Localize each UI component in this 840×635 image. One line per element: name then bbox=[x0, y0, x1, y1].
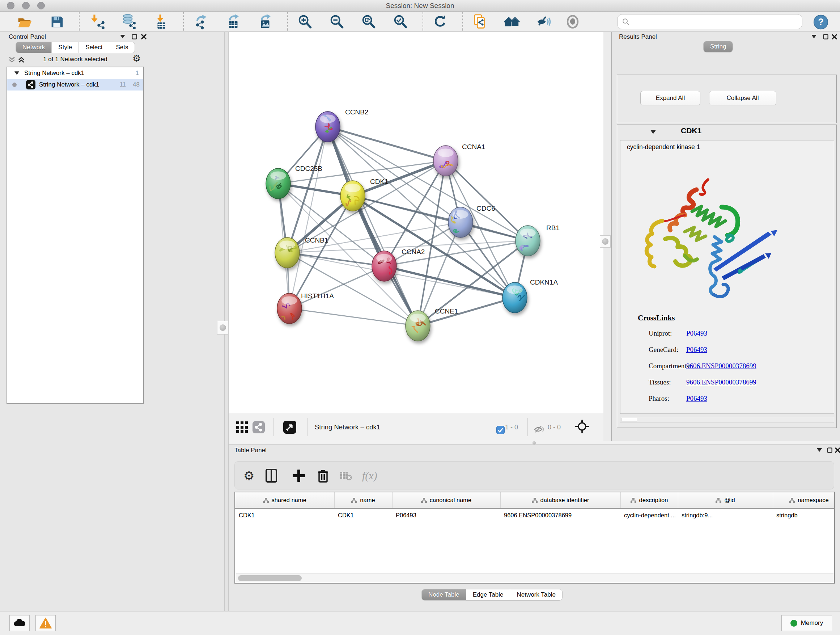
delete-column-button[interactable] bbox=[317, 467, 329, 484]
zoom-fit-button[interactable] bbox=[360, 13, 378, 30]
tab-style[interactable]: Style bbox=[52, 42, 79, 53]
birdseye-toggle-button[interactable] bbox=[564, 13, 582, 30]
export-network-button[interactable] bbox=[193, 13, 210, 30]
add-column-button[interactable] bbox=[293, 467, 305, 484]
warnings-button[interactable] bbox=[35, 615, 56, 631]
crosslink-link[interactable]: P06493 bbox=[686, 394, 707, 402]
results-hscroll-thumb[interactable] bbox=[621, 418, 637, 421]
table-settings-gear-icon[interactable]: ⚙ bbox=[243, 467, 254, 484]
maximize-panel-icon[interactable] bbox=[821, 33, 829, 41]
import-table-button[interactable] bbox=[152, 13, 170, 30]
close-panel-icon[interactable] bbox=[830, 33, 838, 41]
table-cell[interactable]: stringdb bbox=[773, 508, 835, 522]
hide-graphics-button[interactable] bbox=[535, 13, 553, 30]
node-CCNB2[interactable] bbox=[316, 111, 340, 142]
expand-all-button[interactable]: Expand All bbox=[640, 91, 700, 105]
node-CDC6[interactable] bbox=[448, 207, 473, 238]
network-canvas[interactable]: CCNB2CCNA1CDC25BCDK1CDC6RB1CCNB1CCNA2CDK… bbox=[229, 32, 603, 413]
network-collection-row[interactable]: String Network – cdk1 1 bbox=[7, 67, 143, 79]
tab-network[interactable]: Network bbox=[16, 42, 52, 53]
node-CCNA1[interactable] bbox=[433, 146, 458, 176]
column-header-4[interactable]: description bbox=[621, 492, 678, 508]
export-image-button[interactable] bbox=[256, 13, 274, 30]
show-columns-button[interactable] bbox=[265, 467, 278, 484]
delete-table-button[interactable] bbox=[340, 467, 352, 484]
table-cell[interactable]: CDK1 bbox=[334, 508, 392, 522]
collapse-all-button[interactable]: Collapse All bbox=[709, 91, 776, 105]
column-header-0[interactable]: shared name bbox=[235, 492, 334, 508]
table-cell[interactable]: P06493 bbox=[392, 508, 500, 522]
import-network-database-button[interactable] bbox=[120, 13, 138, 30]
node-CDC25B[interactable] bbox=[266, 168, 291, 199]
column-header-6[interactable]: namespace bbox=[773, 492, 835, 508]
table-row[interactable]: CDK1CDK1P064939606.ENSP00000378699cyclin… bbox=[235, 508, 835, 522]
network-view-button[interactable] bbox=[252, 420, 265, 434]
open-session-button[interactable] bbox=[15, 13, 33, 30]
table-cell[interactable]: 9606.ENSP00000378699 bbox=[500, 508, 621, 522]
network-graph[interactable]: CCNB2CCNA1CDC25BCDK1CDC6RB1CCNB1CCNA2CDK… bbox=[229, 32, 603, 413]
network-options-gear-icon[interactable]: ⚙ bbox=[133, 53, 141, 64]
tab-string[interactable]: String bbox=[704, 41, 733, 52]
collection-expand-icon[interactable] bbox=[14, 71, 19, 75]
node-HIST1H1A[interactable] bbox=[277, 293, 302, 324]
birdseye-button[interactable] bbox=[575, 420, 589, 433]
results-hscrollbar[interactable] bbox=[620, 417, 834, 423]
float-panel-icon[interactable] bbox=[815, 446, 823, 454]
edge-CDKN1A-CCNE1[interactable] bbox=[418, 298, 515, 326]
grid-view-button[interactable] bbox=[235, 420, 249, 434]
right-splitter-handle[interactable] bbox=[600, 235, 611, 248]
function-builder-button[interactable]: f(x) bbox=[362, 467, 377, 484]
show-all-networks-button[interactable] bbox=[503, 13, 521, 30]
maximize-panel-icon[interactable] bbox=[130, 33, 138, 41]
column-header-1[interactable]: name bbox=[334, 492, 392, 508]
memory-button[interactable]: Memory bbox=[782, 615, 832, 631]
zoom-out-button[interactable] bbox=[328, 13, 346, 30]
crosslink-link[interactable]: P06493 bbox=[686, 329, 707, 337]
float-panel-icon[interactable] bbox=[810, 33, 818, 41]
edge-CCNB2-CCNA1[interactable] bbox=[328, 127, 446, 161]
tab-network-table[interactable]: Network Table bbox=[510, 589, 562, 600]
table-cell[interactable]: CDK1 bbox=[235, 508, 334, 522]
node-collapse-icon[interactable] bbox=[651, 130, 656, 134]
float-panel-icon[interactable] bbox=[118, 33, 126, 41]
detach-view-button[interactable] bbox=[283, 420, 297, 434]
column-header-5[interactable]: @id bbox=[678, 492, 773, 508]
network-row[interactable]: String Network – cdk1 11 48 bbox=[7, 79, 143, 90]
close-panel-icon[interactable] bbox=[834, 446, 840, 454]
tab-edge-table[interactable]: Edge Table bbox=[466, 589, 510, 600]
zoom-selected-button[interactable] bbox=[392, 13, 409, 30]
tab-select[interactable]: Select bbox=[79, 42, 109, 53]
import-network-file-button[interactable] bbox=[88, 13, 106, 30]
edge-CCNA1-CDK1[interactable] bbox=[353, 161, 446, 196]
bottom-splitter[interactable] bbox=[229, 441, 840, 445]
table-hscroll-thumb[interactable] bbox=[238, 575, 302, 581]
table-hscrollbar[interactable] bbox=[236, 573, 834, 582]
help-button[interactable]: ? bbox=[812, 13, 830, 31]
tab-sets[interactable]: Sets bbox=[109, 42, 134, 53]
edge-CCNA2-HIST1H1A[interactable] bbox=[289, 266, 384, 309]
edge-CCNB2-CCNE1[interactable] bbox=[328, 127, 418, 326]
hidden-toggle[interactable] bbox=[532, 423, 546, 436]
node-RB1[interactable] bbox=[515, 226, 540, 256]
refresh-button[interactable] bbox=[431, 13, 449, 30]
table-cell[interactable]: cyclin-dependent ... bbox=[621, 508, 678, 522]
crosslink-link[interactable]: 9606.ENSP00000378699 bbox=[686, 378, 756, 386]
close-panel-icon[interactable] bbox=[140, 33, 148, 41]
node-CDK1[interactable] bbox=[340, 181, 365, 211]
table-cell[interactable]: stringdb:9... bbox=[678, 508, 773, 522]
column-header-3[interactable]: database identifier bbox=[500, 492, 621, 508]
save-session-button[interactable] bbox=[48, 13, 66, 30]
zoom-in-button[interactable] bbox=[296, 13, 314, 30]
cloud-status-button[interactable] bbox=[9, 615, 30, 631]
node-CCNA2[interactable] bbox=[372, 251, 396, 281]
crosslink-link[interactable]: 9606.ENSP00000378699 bbox=[686, 362, 756, 370]
crosslink-link[interactable]: P06493 bbox=[686, 346, 707, 354]
clone-network-button[interactable] bbox=[471, 13, 489, 30]
left-splitter-handle[interactable] bbox=[217, 321, 229, 334]
node-CCNE1[interactable] bbox=[406, 310, 430, 341]
maximize-panel-icon[interactable] bbox=[826, 446, 834, 454]
tab-node-table[interactable]: Node Table bbox=[422, 589, 466, 600]
export-table-button[interactable] bbox=[224, 13, 242, 30]
search-input[interactable] bbox=[630, 16, 802, 27]
column-header-2[interactable]: canonical name bbox=[392, 492, 500, 508]
